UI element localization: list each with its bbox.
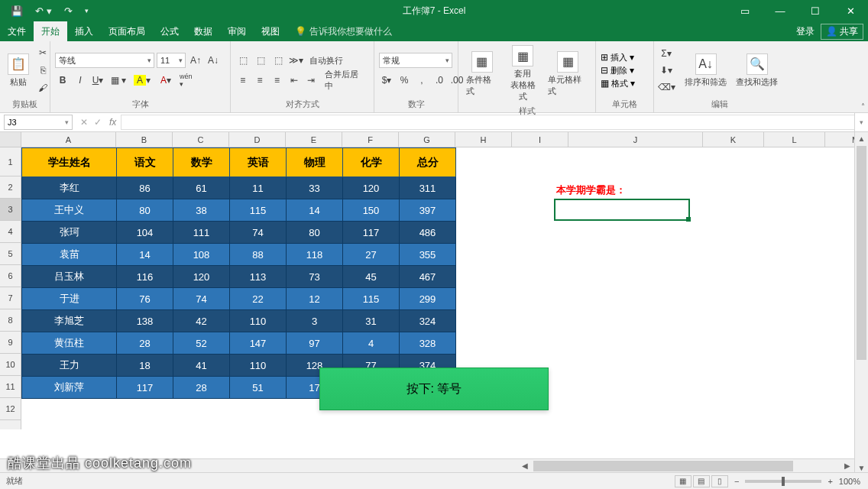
table-cell[interactable]: 74 [173,288,230,310]
row-header-4[interactable]: 4 [0,221,21,243]
copy-icon[interactable]: ⎘ [35,63,50,78]
tab-view[interactable]: 视图 [254,21,287,41]
table-cell[interactable]: 147 [230,332,287,355]
conditional-format-button[interactable]: ▦条件格式 [463,50,501,99]
tab-data[interactable]: 数据 [186,21,220,41]
table-cell[interactable]: 120 [343,177,400,199]
table-format-button[interactable]: ▦套用 表格格式 [504,44,542,104]
minimize-icon[interactable]: — [763,0,798,21]
share-button[interactable]: 👤共享 [821,24,863,40]
table-cell[interactable]: 116 [117,266,173,288]
tab-layout[interactable]: 页面布局 [101,21,153,41]
currency-icon[interactable]: $▾ [379,73,394,88]
table-cell[interactable]: 355 [400,244,456,266]
sort-filter-button[interactable]: A↓排序和筛选 [682,52,730,89]
table-cell[interactable]: 61 [173,177,230,199]
qat-customize-icon[interactable]: ▾ [80,4,93,18]
table-cell[interactable]: 14 [287,199,343,222]
row-header-7[interactable]: 7 [0,287,21,309]
data-table[interactable]: 学生姓名语文数学英语物理化学总分李红86611133120311王中义80381… [21,147,456,399]
row-header-11[interactable]: 11 [0,376,21,398]
row-header-2[interactable]: 2 [0,176,21,199]
bold-button[interactable]: B [55,73,70,88]
table-cell[interactable]: 4 [343,332,400,355]
active-cell-j3[interactable] [554,199,690,221]
table-header[interactable]: 总分 [400,148,456,177]
table-cell[interactable]: 王力 [22,355,117,377]
col-header-k[interactable]: K [703,132,764,147]
view-layout-icon[interactable]: ▤ [693,475,710,487]
row-header-10[interactable]: 10 [0,354,21,376]
table-header[interactable]: 英语 [230,148,287,177]
zoom-in-icon[interactable]: + [828,477,832,486]
insert-cells-button[interactable]: ⊞插入▾ [601,52,635,63]
table-cell[interactable]: 12 [287,288,343,310]
table-cell[interactable]: 88 [230,244,287,266]
scroll-left-icon[interactable]: ◀ [518,461,532,470]
row-header-5[interactable]: 5 [0,243,21,265]
row-header-8[interactable]: 8 [0,309,21,332]
table-cell[interactable]: 11 [230,177,287,199]
table-cell[interactable]: 李红 [22,177,117,199]
zoom-slider[interactable] [745,480,821,483]
col-header-j[interactable]: J [568,132,703,147]
table-cell[interactable]: 于进 [22,288,117,310]
font-color-button[interactable]: A▾ [155,73,177,88]
row-header-9[interactable]: 9 [0,332,21,354]
table-cell[interactable]: 王中义 [22,199,117,222]
table-header[interactable]: 数学 [173,148,230,177]
font-name[interactable]: 等线 [55,53,154,68]
fx-icon[interactable]: fx [109,117,116,128]
col-header-b[interactable]: B [116,132,173,147]
table-cell[interactable]: 3 [287,310,343,332]
fill-icon[interactable]: ⬇▾ [659,63,674,78]
align-left-icon[interactable]: ≡ [235,73,250,88]
find-select-button[interactable]: 🔍查找和选择 [733,52,781,89]
scroll-right-icon[interactable]: ▶ [840,461,854,470]
table-cell[interactable]: 吕玉林 [22,266,117,288]
shrink-font-icon[interactable]: A↓ [206,53,221,68]
tab-home[interactable]: 开始 [34,21,67,41]
ribbon-options-icon[interactable]: ▭ [727,0,763,21]
close-icon[interactable]: ✕ [833,0,868,21]
maximize-icon[interactable]: ☐ [798,0,833,21]
scroll-up-icon[interactable]: ▲ [855,132,868,146]
name-box[interactable]: J3 [4,115,73,130]
table-cell[interactable]: 113 [230,266,287,288]
tell-me[interactable]: 💡告诉我你想要做什么 [295,25,392,38]
percent-icon[interactable]: % [397,73,412,88]
cell-style-button[interactable]: ▦单元格样式 [545,50,591,99]
table-cell[interactable]: 28 [117,332,173,355]
grow-font-icon[interactable]: A↑ [188,53,203,68]
expand-formula-bar-icon[interactable]: ▾ [854,113,868,132]
table-cell[interactable]: 45 [343,266,400,288]
table-cell[interactable]: 138 [117,310,173,332]
table-cell[interactable]: 86 [117,177,173,199]
table-header[interactable]: 化学 [343,148,400,177]
format-cells-button[interactable]: ▦格式▾ [601,78,635,89]
view-pagebreak-icon[interactable]: ▯ [711,475,728,487]
table-cell[interactable]: 120 [173,266,230,288]
vertical-scrollbar[interactable]: ▲ ▼ [854,132,868,475]
phonetic-button[interactable]: wén ▾ [179,73,194,88]
table-cell[interactable]: 73 [287,266,343,288]
table-cell[interactable]: 18 [117,355,173,377]
tab-review[interactable]: 审阅 [220,21,254,41]
save-icon[interactable]: 💾 [6,2,28,20]
table-cell[interactable]: 27 [343,244,400,266]
table-cell[interactable]: 486 [400,222,456,244]
table-cell[interactable]: 52 [173,332,230,355]
table-cell[interactable]: 299 [400,288,456,310]
table-cell[interactable]: 324 [400,310,456,332]
table-cell[interactable]: 袁苗 [22,244,117,266]
table-cell[interactable]: 110 [230,310,287,332]
wrap-text-button[interactable]: 自动换行 [306,53,347,68]
tab-formula[interactable]: 公式 [153,21,186,41]
align-top-icon[interactable]: ⬚ [235,53,251,68]
table-cell[interactable]: 328 [400,332,456,355]
col-header-l[interactable]: L [764,132,825,147]
col-header-i[interactable]: I [512,132,568,147]
table-cell[interactable]: 张珂 [22,222,117,244]
collapse-ribbon-icon[interactable]: ˄ [861,102,865,111]
redo-icon[interactable]: ↷ [60,2,77,20]
